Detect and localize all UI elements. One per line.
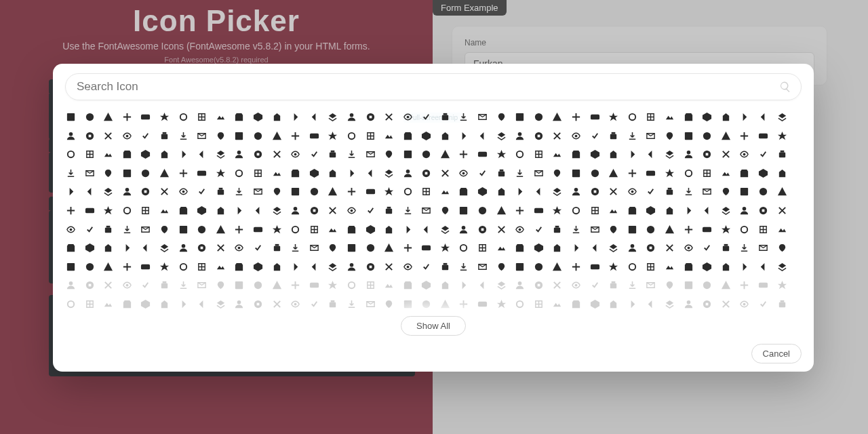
icon-item[interactable] [720,111,732,123]
icon-item[interactable] [233,205,245,216]
icon-item[interactable] [738,167,750,179]
icon-item[interactable] [346,130,357,142]
icon-item[interactable] [776,261,788,273]
icon-item[interactable] [645,298,656,310]
icon-item[interactable] [645,224,656,235]
icon-item[interactable] [121,111,133,123]
icon-item[interactable] [664,130,675,142]
icon-item[interactable] [589,205,601,216]
icon-item[interactable] [570,242,582,254]
icon-item[interactable] [233,167,245,179]
icon-item[interactable] [645,242,656,254]
icon-item[interactable] [84,111,96,123]
icon-item[interactable] [121,224,133,235]
icon-item[interactable] [701,111,713,123]
icon-item[interactable] [252,224,264,235]
icon-item[interactable] [290,261,301,273]
icon-item[interactable] [533,186,545,197]
icon-item[interactable] [496,167,507,179]
icon-item[interactable] [570,205,582,216]
icon-item[interactable] [233,149,245,160]
icon-item[interactable] [514,186,526,197]
icon-item[interactable] [496,242,507,254]
icon-item[interactable] [65,130,77,142]
icon-item[interactable] [608,205,619,216]
icon-item[interactable] [420,205,432,216]
icon-item[interactable] [514,298,526,310]
icon-item[interactable] [664,298,675,310]
icon-item[interactable] [309,167,320,179]
icon-item[interactable] [215,149,226,160]
icon-item[interactable] [309,298,320,310]
icon-item[interactable] [776,242,788,254]
icon-item[interactable] [627,298,638,310]
icon-item[interactable] [701,167,713,179]
icon-item[interactable] [683,261,694,273]
icon-item[interactable] [196,298,208,310]
icon-item[interactable] [720,224,732,235]
icon-item[interactable] [383,224,395,235]
icon-item[interactable] [84,130,96,142]
icon-item[interactable] [196,149,208,160]
icon-item[interactable] [65,149,77,160]
icon-item[interactable] [514,167,526,179]
icon-item[interactable] [757,279,769,291]
icon-item[interactable] [551,149,563,160]
icon-item[interactable] [271,167,283,179]
icon-item[interactable] [178,224,189,235]
icon-item[interactable] [140,111,151,123]
icon-item[interactable] [570,111,582,123]
icon-item[interactable] [720,205,732,216]
icon-item[interactable] [757,298,769,310]
icon-item[interactable] [365,205,376,216]
icon-item[interactable] [570,261,582,273]
icon-item[interactable] [533,167,545,179]
icon-item[interactable] [551,130,563,142]
icon-item[interactable] [664,149,675,160]
icon-item[interactable] [514,130,526,142]
icon-item[interactable] [458,149,469,160]
icon-item[interactable] [551,111,563,123]
icon-item[interactable] [627,111,638,123]
icon-item[interactable] [776,130,788,142]
icon-item[interactable] [84,186,96,197]
icon-item[interactable] [140,130,151,142]
icon-item[interactable] [327,130,338,142]
icon-item[interactable] [608,224,619,235]
icon-item[interactable] [121,149,133,160]
icon-item[interactable] [589,111,601,123]
icon-item[interactable] [701,261,713,273]
icon-item[interactable] [121,186,133,197]
icon-item[interactable] [701,224,713,235]
icon-item[interactable] [496,298,507,310]
icon-item[interactable] [140,167,151,179]
icon-item[interactable] [65,111,77,123]
icon-item[interactable] [102,186,114,197]
icon-item[interactable] [159,111,170,123]
icon-item[interactable] [664,242,675,254]
icon-item[interactable] [346,242,357,254]
icon-item[interactable] [720,149,732,160]
icon-item[interactable] [458,279,469,291]
icon-item[interactable] [215,261,226,273]
icon-item[interactable] [738,186,750,197]
icon-item[interactable] [720,298,732,310]
icon-item[interactable] [608,298,619,310]
icon-item[interactable] [159,224,170,235]
icon-item[interactable] [439,298,451,310]
icon-item[interactable] [140,205,151,216]
icon-item[interactable] [570,167,582,179]
icon-item[interactable] [233,224,245,235]
icon-item[interactable] [233,186,245,197]
icon-item[interactable] [327,224,338,235]
icon-item[interactable] [402,111,414,123]
icon-item[interactable] [589,167,601,179]
icon-item[interactable] [477,111,488,123]
icon-item[interactable] [439,149,451,160]
icon-item[interactable] [738,111,750,123]
icon-item[interactable] [402,279,414,291]
icon-item[interactable] [533,298,545,310]
icon-item[interactable] [402,186,414,197]
icon-item[interactable] [683,111,694,123]
icon-item[interactable] [570,186,582,197]
